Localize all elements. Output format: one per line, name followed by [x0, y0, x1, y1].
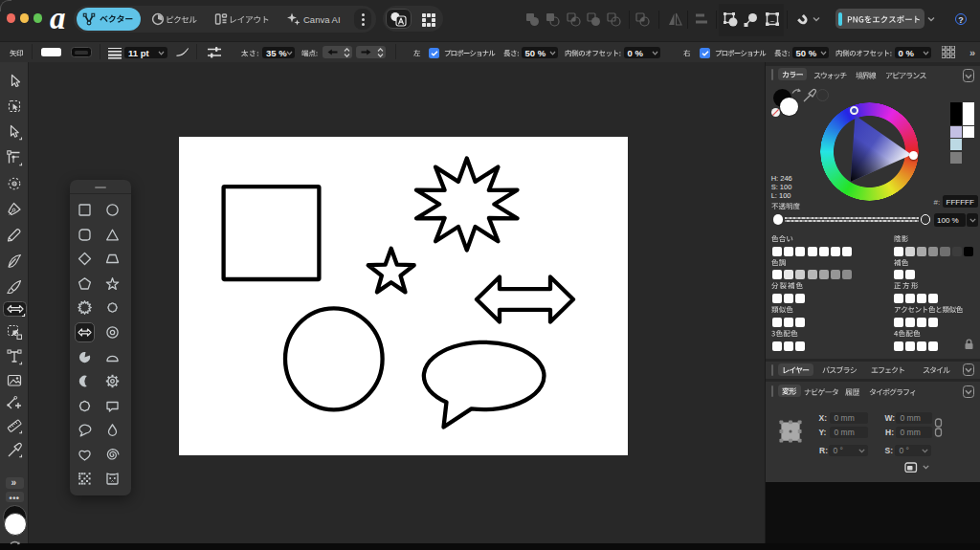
svg-text:a: a: [50, 1, 66, 35]
